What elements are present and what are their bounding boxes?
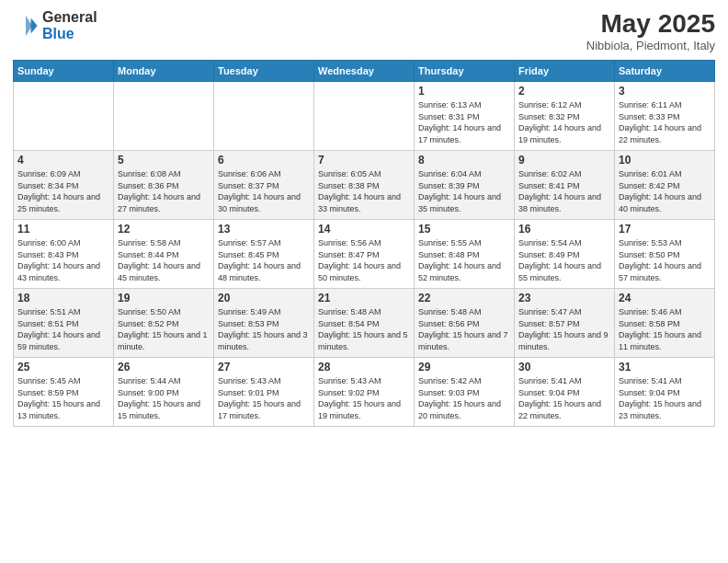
- day-number: 4: [17, 154, 109, 167]
- day-cell: 18Sunrise: 5:51 AMSunset: 8:51 PMDayligh…: [14, 289, 114, 358]
- page: General Blue May 2025 Nibbiola, Piedmont…: [0, 0, 728, 563]
- day-info: Sunrise: 5:51 AMSunset: 8:51 PMDaylight:…: [17, 306, 109, 352]
- day-cell: 3Sunrise: 6:11 AMSunset: 8:33 PMDaylight…: [615, 82, 715, 151]
- day-info: Sunrise: 6:05 AMSunset: 8:38 PMDaylight:…: [318, 168, 410, 214]
- day-number: 5: [118, 154, 210, 167]
- day-number: 17: [619, 223, 711, 236]
- day-info: Sunrise: 6:08 AMSunset: 8:36 PMDaylight:…: [118, 168, 210, 214]
- day-info: Sunrise: 5:48 AMSunset: 8:54 PMDaylight:…: [318, 306, 410, 352]
- day-number: 19: [118, 292, 210, 304]
- day-cell: 22Sunrise: 5:48 AMSunset: 8:56 PMDayligh…: [415, 289, 515, 358]
- day-cell: 28Sunrise: 5:43 AMSunset: 9:02 PMDayligh…: [314, 358, 415, 427]
- day-info: Sunrise: 6:06 AMSunset: 8:37 PMDaylight:…: [218, 168, 310, 214]
- day-number: 18: [17, 292, 109, 304]
- day-info: Sunrise: 5:45 AMSunset: 8:59 PMDaylight:…: [17, 375, 109, 421]
- day-info: Sunrise: 5:49 AMSunset: 8:53 PMDaylight:…: [218, 306, 310, 352]
- weekday-friday: Friday: [515, 61, 615, 82]
- day-number: 12: [118, 223, 210, 236]
- day-cell: 1Sunrise: 6:13 AMSunset: 8:31 PMDaylight…: [415, 82, 515, 151]
- weekday-sunday: Sunday: [14, 61, 114, 82]
- day-number: 10: [619, 154, 711, 167]
- day-number: 28: [318, 361, 410, 373]
- day-number: 25: [17, 361, 109, 373]
- location: Nibbiola, Piedmont, Italy: [586, 39, 715, 52]
- day-info: Sunrise: 5:43 AMSunset: 9:01 PMDaylight:…: [218, 375, 310, 421]
- day-cell: 21Sunrise: 5:48 AMSunset: 8:54 PMDayligh…: [314, 289, 415, 358]
- day-info: Sunrise: 5:47 AMSunset: 8:57 PMDaylight:…: [518, 306, 610, 352]
- day-info: Sunrise: 5:53 AMSunset: 8:50 PMDaylight:…: [619, 237, 711, 283]
- week-row-3: 18Sunrise: 5:51 AMSunset: 8:51 PMDayligh…: [14, 289, 715, 358]
- month-title: May 2025: [586, 9, 715, 39]
- day-cell: 27Sunrise: 5:43 AMSunset: 9:01 PMDayligh…: [214, 358, 314, 427]
- calendar: SundayMondayTuesdayWednesdayThursdayFrid…: [13, 60, 715, 427]
- day-info: Sunrise: 5:46 AMSunset: 8:58 PMDaylight:…: [619, 306, 711, 352]
- day-cell: 4Sunrise: 6:09 AMSunset: 8:34 PMDaylight…: [14, 151, 114, 220]
- week-row-2: 11Sunrise: 6:00 AMSunset: 8:43 PMDayligh…: [14, 220, 715, 289]
- day-cell: 6Sunrise: 6:06 AMSunset: 8:37 PMDaylight…: [214, 151, 314, 220]
- day-number: 15: [418, 223, 510, 236]
- day-number: 9: [518, 154, 610, 167]
- day-info: Sunrise: 5:44 AMSunset: 9:00 PMDaylight:…: [118, 375, 210, 421]
- day-number: 26: [118, 361, 210, 373]
- day-info: Sunrise: 5:43 AMSunset: 9:02 PMDaylight:…: [318, 375, 410, 421]
- day-cell: 24Sunrise: 5:46 AMSunset: 8:58 PMDayligh…: [615, 289, 715, 358]
- day-cell: 25Sunrise: 5:45 AMSunset: 8:59 PMDayligh…: [14, 358, 114, 427]
- day-cell: 16Sunrise: 5:54 AMSunset: 8:49 PMDayligh…: [515, 220, 615, 289]
- day-number: 11: [17, 223, 109, 236]
- day-number: 22: [418, 292, 510, 304]
- day-number: 24: [619, 292, 711, 304]
- day-number: 31: [619, 361, 711, 373]
- day-info: Sunrise: 6:13 AMSunset: 8:31 PMDaylight:…: [418, 99, 510, 145]
- weekday-thursday: Thursday: [415, 61, 515, 82]
- day-number: 14: [318, 223, 410, 236]
- weekday-tuesday: Tuesday: [214, 61, 314, 82]
- day-info: Sunrise: 5:41 AMSunset: 9:04 PMDaylight:…: [619, 375, 711, 421]
- logo-text: General Blue: [42, 9, 97, 41]
- week-row-0: 1Sunrise: 6:13 AMSunset: 8:31 PMDaylight…: [14, 82, 715, 151]
- header: General Blue May 2025 Nibbiola, Piedmont…: [13, 9, 715, 52]
- weekday-monday: Monday: [114, 61, 214, 82]
- day-number: 1: [418, 85, 510, 98]
- weekday-saturday: Saturday: [615, 61, 715, 82]
- day-cell: 20Sunrise: 5:49 AMSunset: 8:53 PMDayligh…: [214, 289, 314, 358]
- day-cell: 10Sunrise: 6:01 AMSunset: 8:42 PMDayligh…: [615, 151, 715, 220]
- day-info: Sunrise: 6:09 AMSunset: 8:34 PMDaylight:…: [17, 168, 109, 214]
- day-number: 29: [418, 361, 510, 373]
- logo: General Blue: [13, 9, 97, 41]
- weekday-row: SundayMondayTuesdayWednesdayThursdayFrid…: [14, 61, 715, 82]
- day-cell: 2Sunrise: 6:12 AMSunset: 8:32 PMDaylight…: [515, 82, 615, 151]
- day-number: 13: [218, 223, 310, 236]
- day-info: Sunrise: 6:02 AMSunset: 8:41 PMDaylight:…: [518, 168, 610, 214]
- day-cell: 30Sunrise: 5:41 AMSunset: 9:04 PMDayligh…: [515, 358, 615, 427]
- day-info: Sunrise: 5:42 AMSunset: 9:03 PMDaylight:…: [418, 375, 510, 421]
- day-cell: 7Sunrise: 6:05 AMSunset: 8:38 PMDaylight…: [314, 151, 415, 220]
- day-cell: 8Sunrise: 6:04 AMSunset: 8:39 PMDaylight…: [415, 151, 515, 220]
- day-info: Sunrise: 5:55 AMSunset: 8:48 PMDaylight:…: [418, 237, 510, 283]
- day-cell: 17Sunrise: 5:53 AMSunset: 8:50 PMDayligh…: [615, 220, 715, 289]
- day-cell: 31Sunrise: 5:41 AMSunset: 9:04 PMDayligh…: [615, 358, 715, 427]
- day-cell: 19Sunrise: 5:50 AMSunset: 8:52 PMDayligh…: [114, 289, 214, 358]
- title-block: May 2025 Nibbiola, Piedmont, Italy: [586, 9, 715, 52]
- day-cell: 12Sunrise: 5:58 AMSunset: 8:44 PMDayligh…: [114, 220, 214, 289]
- day-cell: [214, 82, 314, 151]
- day-info: Sunrise: 5:54 AMSunset: 8:49 PMDaylight:…: [518, 237, 610, 283]
- day-cell: 23Sunrise: 5:47 AMSunset: 8:57 PMDayligh…: [515, 289, 615, 358]
- day-info: Sunrise: 5:50 AMSunset: 8:52 PMDaylight:…: [118, 306, 210, 352]
- day-cell: 14Sunrise: 5:56 AMSunset: 8:47 PMDayligh…: [314, 220, 415, 289]
- day-info: Sunrise: 6:11 AMSunset: 8:33 PMDaylight:…: [619, 99, 711, 145]
- day-cell: [114, 82, 214, 151]
- logo-icon: [13, 13, 39, 39]
- day-cell: 26Sunrise: 5:44 AMSunset: 9:00 PMDayligh…: [114, 358, 214, 427]
- day-number: 3: [619, 85, 711, 98]
- day-number: 16: [518, 223, 610, 236]
- calendar-body: 1Sunrise: 6:13 AMSunset: 8:31 PMDaylight…: [14, 82, 715, 427]
- day-info: Sunrise: 5:58 AMSunset: 8:44 PMDaylight:…: [118, 237, 210, 283]
- day-info: Sunrise: 6:00 AMSunset: 8:43 PMDaylight:…: [17, 237, 109, 283]
- weekday-wednesday: Wednesday: [314, 61, 415, 82]
- day-cell: 11Sunrise: 6:00 AMSunset: 8:43 PMDayligh…: [14, 220, 114, 289]
- day-number: 20: [218, 292, 310, 304]
- day-info: Sunrise: 6:04 AMSunset: 8:39 PMDaylight:…: [418, 168, 510, 214]
- week-row-1: 4Sunrise: 6:09 AMSunset: 8:34 PMDaylight…: [14, 151, 715, 220]
- day-number: 30: [518, 361, 610, 373]
- week-row-4: 25Sunrise: 5:45 AMSunset: 8:59 PMDayligh…: [14, 358, 715, 427]
